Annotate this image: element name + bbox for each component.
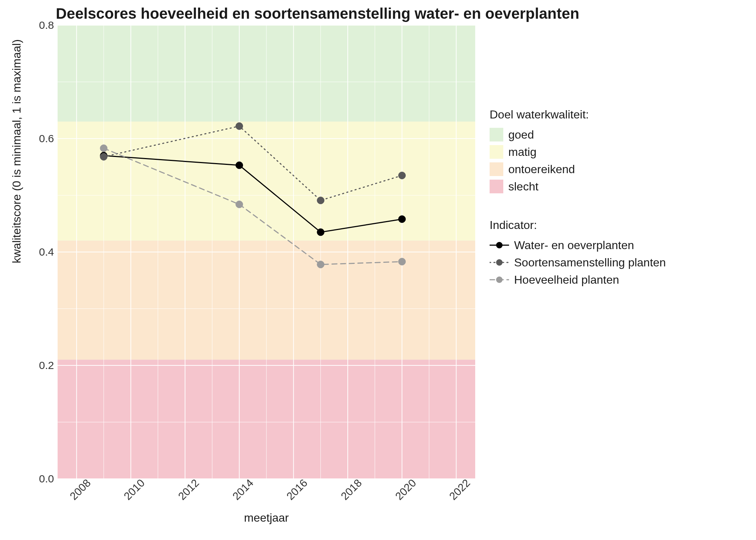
legend-band-item: slecht [490, 180, 742, 193]
legend-band-item: ontoereikend [490, 162, 742, 176]
x-tick-label: 2008 [67, 477, 93, 502]
legend: Doel waterkwaliteit: goedmatigontoereike… [490, 108, 742, 290]
series-point [317, 261, 324, 268]
x-axis-label: meetjaar [244, 511, 289, 525]
legend-series-label: Soortensamenstelling planten [514, 256, 666, 269]
y-tick-label: 0.6 [22, 132, 54, 145]
series-point [236, 201, 243, 208]
chart-title: Deelscores hoeveelheid en soortensamenst… [56, 5, 579, 22]
y-tick-label: 0.0 [22, 473, 54, 485]
y-tick-label: 0.4 [22, 246, 54, 258]
legend-line-swatch [490, 273, 509, 287]
series-point [399, 172, 406, 179]
legend-series-title: Indicator: [490, 219, 742, 232]
legend-band-label: goed [508, 128, 534, 141]
series-point [100, 145, 107, 152]
x-tick-label: 2016 [284, 477, 310, 502]
x-tick-label: 2022 [447, 477, 473, 502]
y-tick-label: 0.2 [22, 359, 54, 372]
svg-point-3 [496, 259, 503, 266]
x-tick-label: 2018 [338, 477, 364, 502]
svg-point-1 [496, 242, 503, 248]
legend-band-label: slecht [508, 180, 539, 193]
legend-series-label: Water- en oeverplanten [514, 239, 634, 252]
legend-band-item: goed [490, 128, 742, 141]
plot-area [58, 25, 475, 479]
series-point [399, 216, 406, 223]
series-point [399, 258, 406, 265]
legend-line-swatch [490, 256, 509, 269]
legend-swatch [490, 162, 503, 176]
x-tick-label: 2012 [176, 477, 201, 502]
legend-band-label: matig [508, 145, 536, 159]
legend-line-swatch [490, 238, 509, 252]
legend-swatch [490, 145, 503, 159]
y-tick-label: 0.8 [22, 19, 54, 31]
series-point [317, 229, 324, 236]
legend-bands-title: Doel waterkwaliteit: [490, 108, 742, 121]
chart-figure: Deelscores hoeveelheid en soortensamenst… [0, 0, 756, 540]
legend-series-item: Hoeveelheid planten [490, 273, 742, 287]
svg-point-5 [496, 276, 503, 283]
series-point [317, 197, 324, 204]
legend-swatch [490, 180, 503, 193]
legend-series-item: Water- en oeverplanten [490, 238, 742, 252]
legend-series-item: Soortensamenstelling planten [490, 256, 742, 269]
y-axis-label: kwaliteitscore (0 is minimaal, 1 is maxi… [10, 39, 23, 263]
x-tick-label: 2020 [393, 477, 418, 502]
legend-band-item: matig [490, 145, 742, 159]
x-tick-label: 2014 [230, 477, 256, 502]
legend-bands: goedmatigontoereikendslecht [490, 128, 742, 193]
legend-series: Water- en oeverplantenSoortensamenstelli… [490, 238, 742, 287]
series-point [100, 153, 107, 160]
series-point [236, 162, 243, 169]
legend-swatch [490, 128, 503, 141]
legend-band-label: ontoereikend [508, 163, 575, 176]
legend-series-label: Hoeveelheid planten [514, 273, 619, 287]
series-point [236, 122, 243, 130]
x-tick-label: 2010 [122, 477, 147, 502]
